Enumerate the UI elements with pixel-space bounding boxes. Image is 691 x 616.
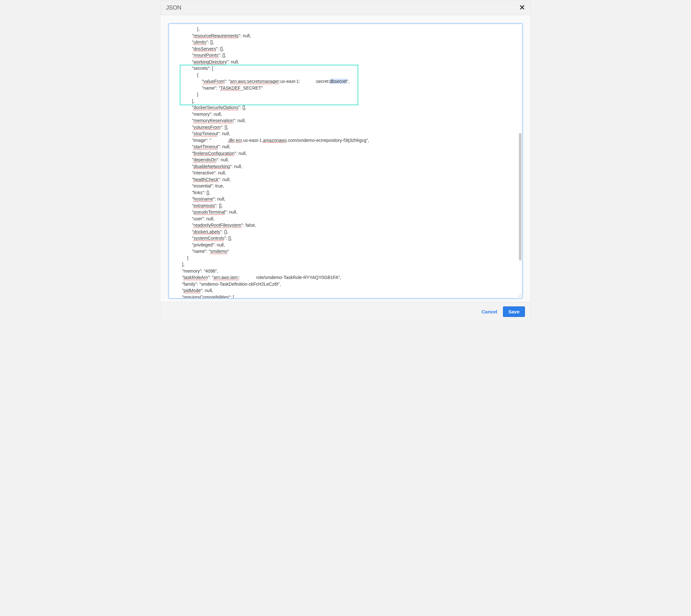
code-line[interactable]: "volumesFrom": [],: [172, 124, 519, 131]
code-line[interactable]: "memory": null,: [172, 111, 519, 118]
code-line[interactable]: "taskRoleArn": "arn:aws:iam:: role/smdem…: [172, 274, 519, 281]
close-icon[interactable]: ✕: [519, 4, 525, 11]
code-line[interactable]: "name": "smdemo": [172, 248, 519, 255]
modal-footer: Cancel Save: [160, 302, 531, 322]
code-line[interactable]: "requiresCompatibilities": [: [172, 294, 519, 299]
code-line[interactable]: "startTimeout": null,: [172, 144, 519, 150]
code-line[interactable]: "extraHosts": [],: [172, 202, 519, 209]
code-line[interactable]: "memory": "4096",: [172, 268, 519, 274]
code-line[interactable]: }: [172, 255, 519, 261]
json-editor-wrap: }, "resourceRequirements": null, "ulimit…: [169, 24, 522, 299]
code-line[interactable]: "dockerSecurityOptions": [],: [172, 104, 519, 111]
code-line[interactable]: "essential": true,: [172, 183, 519, 190]
code-line[interactable]: "image": " .dkr.ecr.us-east-1.amazonaws.…: [172, 137, 519, 144]
code-line[interactable]: {: [172, 72, 519, 79]
code-line[interactable]: "resourceRequirements": null,: [172, 32, 519, 39]
code-line[interactable]: "privileged": null,: [172, 242, 519, 248]
code-line[interactable]: "dependsOn": null,: [172, 157, 519, 163]
code-line[interactable]: "hostname": null,: [172, 196, 519, 202]
code-line[interactable]: "user": null,: [172, 216, 519, 222]
code-line[interactable]: "systemControls": [],: [172, 235, 519, 242]
modal-body: }, "resourceRequirements": null, "ulimit…: [160, 15, 531, 302]
modal-title: JSON: [166, 4, 181, 11]
code-line[interactable]: "disableNetworking": null,: [172, 163, 519, 170]
code-line[interactable]: "dnsServers": [],: [172, 46, 519, 52]
code-line[interactable]: "interactive": null,: [172, 170, 519, 176]
code-line[interactable]: },: [172, 26, 519, 32]
code-line[interactable]: "pseudoTerminal": null,: [172, 209, 519, 216]
code-line[interactable]: "healthCheck": null,: [172, 176, 519, 183]
code-line[interactable]: ],: [172, 261, 519, 268]
code-line[interactable]: "stopTimeout": null,: [172, 130, 519, 137]
code-line[interactable]: ],: [172, 98, 519, 105]
scrollbar-thumb[interactable]: [519, 133, 521, 261]
code-line[interactable]: "mountPoints": [],: [172, 52, 519, 59]
code-line[interactable]: "name": "TASKDEF_SECRET": [172, 85, 519, 91]
code-line[interactable]: "family": "smdemo-TaskDefinition-ckFcH2L…: [172, 281, 519, 288]
code-line[interactable]: "memoryReservation": null,: [172, 117, 519, 124]
save-button[interactable]: Save: [503, 306, 525, 317]
code-line[interactable]: "valueFrom": "arn:aws:secretsmanager:us-…: [172, 78, 519, 85]
code-line[interactable]: "readonlyRootFilesystem": false,: [172, 222, 519, 228]
modal-header: JSON ✕: [160, 0, 531, 15]
code-line[interactable]: "firelensConfiguration": null,: [172, 150, 519, 157]
code-line[interactable]: "secrets": [: [172, 65, 519, 72]
json-modal: JSON ✕ }, "resourceRequirements": null, …: [160, 0, 531, 322]
code-line[interactable]: "dockerLabels": {},: [172, 228, 519, 235]
cancel-button[interactable]: Cancel: [480, 307, 498, 316]
code-line[interactable]: "links": [],: [172, 190, 519, 196]
code-line[interactable]: }: [172, 91, 519, 98]
json-editor[interactable]: }, "resourceRequirements": null, "ulimit…: [169, 24, 522, 298]
scrollbar-track[interactable]: [517, 25, 521, 294]
code-line[interactable]: "workingDirectory": null,: [172, 59, 519, 65]
code-line[interactable]: "ulimits": [],: [172, 39, 519, 46]
code-line[interactable]: "pidMode": null,: [172, 287, 519, 294]
